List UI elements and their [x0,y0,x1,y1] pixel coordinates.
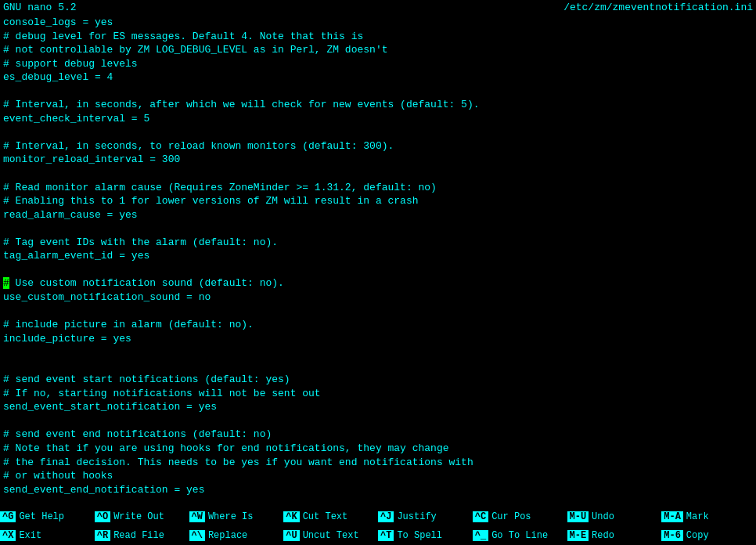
shortcut-item[interactable]: ^RRead File [95,526,189,545]
shortcut-item[interactable]: ^\Replace [189,526,284,545]
statusbar: ^GGet Help^OWrite Out^WWhere Is^KCut Tex… [0,507,756,545]
shortcut-item[interactable]: ^CCur Pos [473,507,567,526]
terminal: GNU nano 5.2 /etc/zm/zmeventnotification… [0,0,756,545]
shortcut-label: Exit [16,530,45,541]
shortcut-key: M-E [567,530,589,541]
shortcut-key: M-U [567,511,589,522]
shortcut-label: To Spell [394,530,445,541]
shortcut-item[interactable]: M-UUndo [567,507,662,526]
shortcut-label: Undo [589,511,617,522]
shortcut-key: M-A [661,511,683,522]
shortcut-item[interactable]: ^JJustify [378,507,473,526]
shortcut-label: Where Is [205,511,257,522]
shortcut-label: Copy [683,530,712,541]
shortcut-item[interactable]: ^KCut Text [283,507,378,526]
shortcut-key: ^X [0,530,16,541]
shortcut-key: ^J [378,511,394,522]
editor-content[interactable]: console_logs = yes # debug level for ES … [0,14,756,507]
shortcut-key: ^C [473,511,488,522]
shortcut-key: ^\ [189,530,205,541]
title-left: GNU nano 5.2 [3,2,77,13]
shortcut-item[interactable]: ^_Go To Line [473,526,567,545]
shortcut-label: Write Out [110,511,167,522]
shortcut-item[interactable]: ^WWhere Is [189,507,284,526]
shortcut-key: ^G [0,511,16,522]
shortcut-row-2: ^XExit^RRead File^\Replace^UUncut Text^T… [0,526,756,545]
shortcut-key: ^K [283,511,299,522]
titlebar: GNU nano 5.2 /etc/zm/zmeventnotification… [0,0,756,14]
shortcut-item[interactable]: ^OWrite Out [95,507,189,526]
shortcut-label: Replace [205,530,250,541]
shortcut-row-1: ^GGet Help^OWrite Out^WWhere Is^KCut Tex… [0,507,756,526]
title-right: /etc/zm/zmeventnotification.ini [563,2,753,13]
shortcut-key: M-6 [661,530,683,541]
shortcut-key: ^U [283,530,299,541]
shortcut-label: Read File [110,530,167,541]
shortcut-item[interactable]: M-ERedo [567,526,662,545]
shortcut-item[interactable]: M-6Copy [661,526,756,545]
shortcut-key: ^R [95,530,110,541]
shortcut-item[interactable]: ^XExit [0,526,95,545]
shortcut-label: Justify [394,511,439,522]
shortcut-key: ^W [189,511,205,522]
shortcut-key: ^T [378,530,394,541]
shortcut-item[interactable]: ^GGet Help [0,507,95,526]
shortcut-label: Go To Line [488,530,551,541]
shortcut-label: Cur Pos [488,511,534,522]
shortcut-label: Uncut Text [300,530,362,541]
shortcut-item[interactable]: ^UUncut Text [283,526,378,545]
shortcut-key: ^_ [473,530,488,541]
shortcut-item[interactable]: M-AMark [661,507,756,526]
shortcut-label: Cut Text [300,511,351,522]
shortcut-label: Get Help [16,511,67,522]
shortcut-label: Redo [589,530,617,541]
shortcut-label: Mark [683,511,712,522]
shortcut-item[interactable]: ^TTo Spell [378,526,473,545]
shortcut-key: ^O [95,511,110,522]
